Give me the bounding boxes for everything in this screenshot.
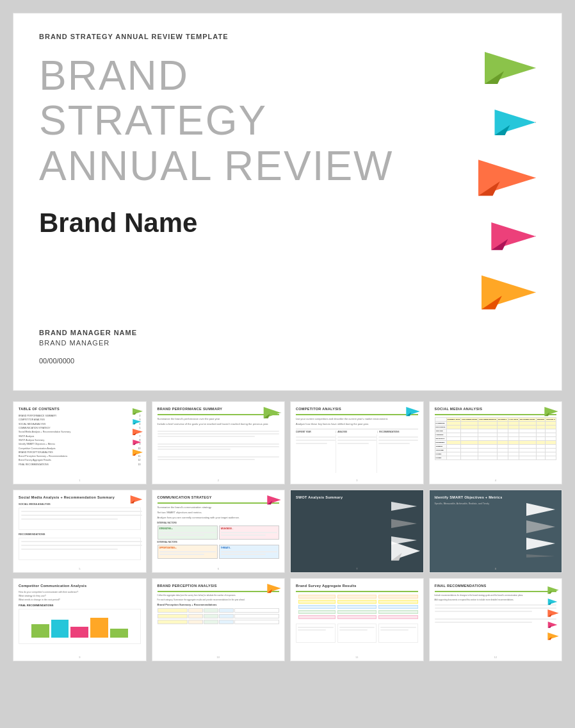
comm-swot-top: STRENGTHS + WEAKNESS - [158, 525, 280, 540]
bar-pink [70, 627, 88, 638]
thumb-swot[interactable]: SWOT Analysis Summary 7 [290, 490, 424, 573]
thumb-toc[interactable]: TABLE OF CONTENTS // toc items rendered … [13, 401, 147, 484]
comp-comm-title: Competitor Communication Analysis [19, 584, 141, 588]
comm-internal: INTERNAL FACTORS [158, 522, 280, 524]
comm-subtitle2: Set two SMART objectives and metrics. [158, 511, 280, 514]
comm-swot-bottom: OPPORTUNITIES + THREATS - [158, 545, 280, 559]
bp-row1 [158, 608, 280, 613]
bp-cell2 [219, 614, 234, 618]
svg-marker-49 [391, 519, 417, 528]
bp-cell [158, 608, 188, 613]
social-sum-section2: RECOMMENDATIONS [19, 533, 141, 536]
bp-cell2 [158, 614, 188, 618]
smart-page: 8 [495, 567, 496, 570]
thumb-social-media[interactable]: SOCIAL MEDIA ANALYSIS CURRENT YEAR FOLLO… [429, 401, 563, 484]
thumb-brand-survey[interactable]: Brand Survey Aggregate Results [290, 578, 424, 661]
final-rec-planes [547, 586, 559, 641]
final-plane-yellow [547, 633, 559, 641]
brand-perf-plane [263, 407, 281, 422]
social-table: CURRENT YEAR FOLLOWER COUNT FOLLOWER GRO… [435, 417, 557, 460]
plane-orange-red [478, 160, 536, 203]
thumb-comm-strategy[interactable]: COMMUNICATION STRATEGY Summarize the bra… [152, 490, 286, 573]
comm-external: EXTERNAL FACTORS [158, 541, 280, 543]
survey-bar10 [337, 615, 377, 619]
social-sum-plane [130, 495, 143, 507]
bp-cell [188, 608, 203, 613]
toc-planes [133, 408, 143, 457]
brand-perc-section: Brand Perception Summary + Recommendatio… [158, 603, 280, 606]
final-rec-sub1: Include recommendations for changes to t… [435, 594, 557, 597]
toc-plane-darkorange [133, 449, 143, 457]
brand-perf-page: 2 [218, 479, 219, 482]
bp-row3 [158, 620, 280, 624]
comm-subtitle: Summarize the brand's communication stra… [158, 506, 280, 509]
brand-perc-plane-icon [267, 584, 281, 594]
social-plane-icon [544, 407, 558, 417]
smart-planes-icon [523, 500, 558, 558]
survey-bar5 [296, 615, 336, 619]
competitor-page: 3 [356, 479, 357, 482]
competitor-col2: ANALYSIS [337, 431, 378, 433]
bp-cell [204, 608, 218, 613]
survey-box2 [337, 624, 377, 643]
comm-plane [267, 495, 281, 508]
orange-plane-icon [478, 160, 536, 203]
swot-planes-icon [388, 497, 420, 548]
svg-line-37 [280, 411, 281, 413]
comp-comm-label: FINAL RECOMMENDATIONS [19, 604, 141, 607]
social-sum-page: 5 [79, 567, 80, 570]
final-plane-green [547, 586, 559, 595]
survey-bar1 [296, 595, 336, 599]
survey-bar7 [337, 600, 377, 604]
brand-perf-subtitle: Summarize the brand's performance over t… [158, 417, 280, 420]
svg-line-7 [536, 119, 537, 122]
final-rec-lines [435, 604, 557, 623]
social-sum-section1: SOCIAL MEDIA ANALYSIS [19, 502, 141, 506]
brand-perf-plane-icon [263, 407, 281, 420]
thumb-comp-comm[interactable]: Competitor Communication Analysis How do… [13, 578, 147, 661]
thumb-competitor[interactable]: COMPETITOR ANALYSIS List your current co… [290, 401, 424, 484]
bar-orange [90, 618, 108, 638]
toc-plane-pink [133, 440, 142, 446]
cover-brand-name: Brand Name [39, 208, 536, 238]
social-line [435, 414, 557, 415]
survey-col1 [296, 595, 336, 620]
competitor-content [296, 434, 418, 473]
competitor-line [296, 414, 418, 415]
thumb-smart[interactable]: Identify SMART Objectives + Metrics Spec… [429, 490, 563, 573]
brand-perc-chart-area [158, 608, 280, 624]
comm-subtitle3: Analyze how you are currently communicat… [158, 516, 280, 519]
brand-survey-page: 11 [355, 656, 358, 659]
brand-perc-title: BRAND PERCEPTION ANALYSIS [158, 584, 280, 588]
brand-perc-page: 10 [217, 656, 220, 659]
bp-row2 [158, 614, 280, 618]
thumb-final-rec[interactable]: FINAL RECOMMENDATIONS Include recommenda… [429, 578, 563, 661]
comp-comm-page: 9 [79, 656, 80, 659]
comm-title: COMMUNICATION STRATEGY [158, 495, 280, 500]
toc-item-13: FINAL RECOMMENDATIONS13 [19, 463, 141, 467]
comm-threats: THREATS - [221, 547, 277, 549]
brand-perf-subtitle2: Include a brief overview of the goals yo… [158, 422, 280, 426]
cover-bottom: BRAND MANAGER NAME BRAND MANAGER 00/00/0… [39, 329, 137, 365]
thumb-social-summary[interactable]: Social Media Analysis + Recommendation S… [13, 490, 147, 573]
competitor-subtitle2: Analyze how these key factors have shift… [296, 422, 418, 426]
toc-title: TABLE OF CONTENTS [19, 407, 141, 411]
brand-perc-sub1: Collect the aggregate data (see the surv… [158, 594, 280, 597]
thumb-brand-performance[interactable]: BRAND PERFORMANCE SUMMARY Summarize the … [152, 401, 286, 484]
cover-title: BRAND STRATEGY ANNUAL REVIEW [39, 53, 536, 188]
swot-plane-large [391, 541, 420, 566]
competitor-subtitle: List your current competitors and descri… [296, 417, 418, 420]
brand-perc-sub2: For each category, Summarize the aggrega… [158, 599, 280, 601]
thumb-brand-perception[interactable]: BRAND PERCEPTION ANALYSIS Collect the ag… [152, 578, 286, 661]
brand-survey-line [296, 591, 418, 592]
final-rec-line [435, 591, 557, 592]
bp-cell3 [234, 620, 279, 624]
cover-slide: BRAND STRATEGY ANNUAL REVIEW TEMPLATE BR… [13, 13, 562, 391]
svg-marker-53 [526, 503, 555, 516]
brand-perf-lines [158, 431, 280, 460]
final-rec-sub2: Add supporting documents or expand this … [435, 599, 557, 601]
plane-green [485, 52, 536, 90]
svg-marker-48 [391, 502, 417, 511]
social-title: SOCIAL MEDIA ANALYSIS [435, 407, 557, 411]
dark-orange-plane-icon [482, 275, 536, 317]
